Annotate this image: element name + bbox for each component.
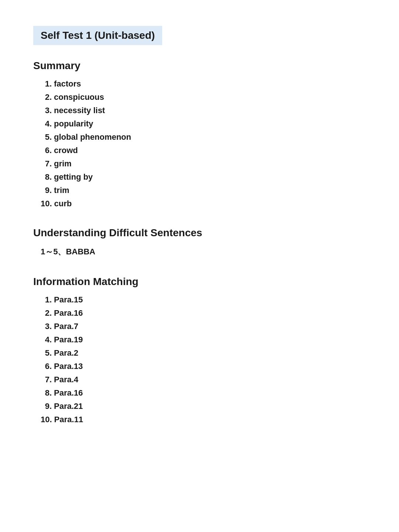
list-item: 3. necessity list (41, 106, 366, 115)
title-block: Self Test 1 (Unit-based) (33, 26, 162, 45)
item-text: Para.7 (54, 322, 78, 331)
list-item: 2. conspicuous (41, 92, 366, 102)
list-item: 3. Para.7 (41, 322, 366, 331)
list-item: 1. factors (41, 79, 366, 89)
item-text: Para.21 (54, 401, 83, 411)
item-text: conspicuous (54, 92, 104, 102)
item-text: Para.11 (54, 415, 83, 424)
item-number: 6. (41, 362, 52, 371)
list-item: 9. trim (41, 186, 366, 195)
item-text: Para.13 (54, 362, 83, 371)
item-number: 9. (41, 401, 52, 411)
list-item: 5. global phenomenon (41, 132, 366, 142)
understanding-section: Understanding Difficult Sentences 1～5、BA… (33, 227, 366, 257)
item-number: 1. (41, 295, 52, 305)
list-item: 4. popularity (41, 119, 366, 129)
list-item: 4. Para.19 (41, 335, 366, 345)
item-text: crowd (54, 146, 78, 155)
information-matching-heading: Information Matching (33, 276, 366, 288)
item-number: 2. (41, 92, 52, 102)
item-number: 10. (41, 415, 52, 424)
item-number: 6. (41, 146, 52, 155)
summary-section: Summary 1. factors 2. conspicuous 3. nec… (33, 60, 366, 209)
list-item: 7. Para.4 (41, 375, 366, 384)
item-number: 10. (41, 199, 52, 209)
item-text: global phenomenon (54, 132, 131, 142)
list-item: 7. grim (41, 159, 366, 169)
summary-heading: Summary (33, 60, 366, 72)
item-number: 9. (41, 186, 52, 195)
list-item: 9. Para.21 (41, 401, 366, 411)
list-item: 10. Para.11 (41, 415, 366, 424)
item-text: Para.4 (54, 375, 78, 384)
information-matching-list: 1. Para.15 2. Para.16 3. Para.7 4. Para.… (33, 295, 366, 424)
item-text: popularity (54, 119, 93, 129)
page-title: Self Test 1 (Unit-based) (41, 30, 155, 41)
item-number: 8. (41, 388, 52, 398)
item-number: 3. (41, 106, 52, 115)
list-item: 2. Para.16 (41, 308, 366, 318)
understanding-heading: Understanding Difficult Sentences (33, 227, 366, 239)
item-text: factors (54, 79, 81, 89)
item-text: curb (54, 199, 72, 209)
page-container: Self Test 1 (Unit-based) Summary 1. fact… (33, 15, 366, 424)
list-item: 1. Para.15 (41, 295, 366, 305)
item-text: Para.19 (54, 335, 83, 345)
list-item: 6. crowd (41, 146, 366, 155)
list-item: 6. Para.13 (41, 362, 366, 371)
list-item: 8. Para.16 (41, 388, 366, 398)
item-text: grim (54, 159, 72, 169)
information-matching-section: Information Matching 1. Para.15 2. Para.… (33, 276, 366, 424)
item-number: 7. (41, 159, 52, 169)
item-text: Para.16 (54, 388, 83, 398)
item-number: 4. (41, 335, 52, 345)
item-number: 5. (41, 348, 52, 358)
item-text: necessity list (54, 106, 105, 115)
item-number: 4. (41, 119, 52, 129)
item-text: trim (54, 186, 69, 195)
summary-list: 1. factors 2. conspicuous 3. necessity l… (33, 79, 366, 209)
item-text: getting by (54, 172, 93, 182)
item-text: Para.16 (54, 308, 83, 318)
item-number: 1. (41, 79, 52, 89)
list-item: 8. getting by (41, 172, 366, 182)
item-text: Para.15 (54, 295, 83, 305)
item-number: 3. (41, 322, 52, 331)
sentences-answer: 1～5、BABBA (33, 246, 366, 257)
item-number: 7. (41, 375, 52, 384)
item-number: 2. (41, 308, 52, 318)
item-number: 5. (41, 132, 52, 142)
item-number: 8. (41, 172, 52, 182)
list-item: 5. Para.2 (41, 348, 366, 358)
list-item: 10. curb (41, 199, 366, 209)
item-text: Para.2 (54, 348, 78, 358)
